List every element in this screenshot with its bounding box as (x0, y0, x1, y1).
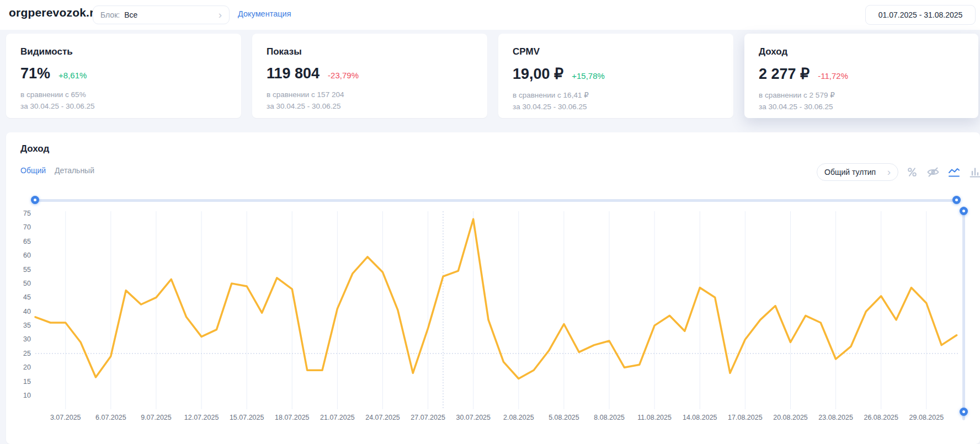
vertical-slider-bottom-handle[interactable] (960, 408, 968, 416)
chart-title: Доход (20, 143, 49, 154)
dashboard-screen: orgperevozok.ru Блок: Все › Документация… (0, 0, 980, 444)
card-delta: -23,79% (328, 71, 359, 80)
chart-view-tabs: Общий Детальный (20, 166, 94, 175)
tooltip-mode-select[interactable]: Общий тултип › (817, 163, 898, 181)
card-delta: +15,78% (572, 71, 605, 81)
chart-toolbox (906, 165, 980, 179)
eye-off-icon[interactable] (926, 165, 940, 179)
card-comparison: в сравнении с 157 204 за 30.04.25 - 30.0… (267, 89, 473, 113)
horizontal-slider-left-handle[interactable] (31, 196, 39, 204)
metric-card-revenue[interactable]: Доход 2 277 ₽ -11,72% в сравнении с 2 57… (744, 34, 978, 118)
date-range-picker[interactable]: 01.07.2025 - 31.08.2025 (865, 5, 976, 25)
metric-card-visibility[interactable]: Видимость 71% +8,61% в сравнении с 65% з… (6, 34, 241, 118)
card-value: 119 804 (267, 65, 319, 82)
horizontal-slider-right-handle[interactable] (952, 196, 961, 204)
card-delta: +8,61% (58, 71, 87, 80)
card-value: 71% (20, 65, 50, 82)
site-title: orgperevozok.ru (9, 6, 102, 19)
bar-chart-icon[interactable] (968, 165, 980, 179)
line-chart-icon[interactable] (947, 165, 961, 179)
card-comparison: в сравнении с 2 579 ₽ за 30.04.25 - 30.0… (759, 90, 964, 113)
chevron-right-icon: › (219, 9, 222, 20)
vertical-slider-top-handle[interactable] (960, 207, 968, 215)
card-value: 2 277 ₽ (759, 65, 809, 83)
card-title: CPMV (513, 46, 719, 57)
tab-general[interactable]: Общий (20, 166, 46, 175)
metric-card-impressions[interactable]: Показы 119 804 -23,79% в сравнении с 157… (252, 34, 487, 118)
vertical-zoom-slider-track[interactable] (962, 206, 965, 420)
chevron-right-icon: › (887, 167, 891, 177)
card-title: Видимость (20, 46, 227, 57)
chart-plot-area[interactable] (35, 211, 958, 410)
percent-icon[interactable] (906, 165, 919, 179)
top-bar: orgperevozok.ru Блок: Все › Документация… (0, 0, 980, 30)
block-select[interactable]: Блок: Все › (93, 6, 230, 24)
card-title: Доход (759, 46, 964, 57)
card-comparison: в сравнении с 16,41 ₽ за 30.04.25 - 30.0… (513, 90, 719, 113)
card-delta: -11,72% (818, 71, 848, 81)
metric-card-cpmv[interactable]: CPMV 19,00 ₽ +15,78% в сравнении с 16,41… (498, 34, 733, 118)
block-select-label: Блок: (100, 10, 120, 19)
block-select-value: Все (124, 10, 137, 19)
date-range-value: 01.07.2025 - 31.08.2025 (878, 10, 963, 19)
tooltip-mode-value: Общий тултип (824, 168, 876, 176)
card-title: Показы (267, 46, 473, 57)
tab-detailed[interactable]: Детальный (55, 166, 94, 175)
documentation-link[interactable]: Документация (238, 9, 291, 18)
card-value: 19,00 ₽ (513, 65, 563, 83)
card-comparison: в сравнении с 65% за 30.04.25 - 30.06.25 (20, 89, 227, 113)
horizontal-zoom-slider-track[interactable] (35, 199, 957, 202)
